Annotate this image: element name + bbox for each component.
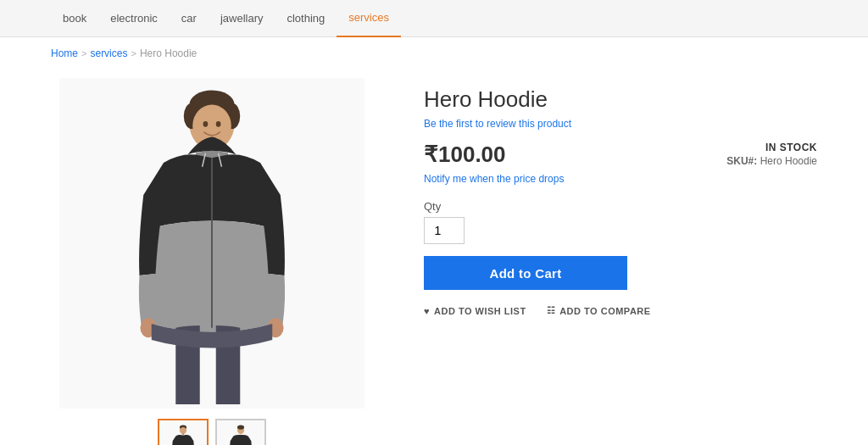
- sku-value-text: Hero Hoodie: [760, 155, 817, 167]
- notify-link[interactable]: Notify me when the price drops: [424, 173, 817, 185]
- sku-label: SKU#:: [726, 155, 757, 167]
- qty-label: Qty: [424, 200, 817, 213]
- svg-rect-14: [182, 433, 184, 435]
- navigation: book electronic car jawellary clothing s…: [0, 0, 868, 37]
- product-title: Hero Hoodie: [424, 86, 817, 113]
- breadcrumb: Home > services > Hero Hoodie: [0, 37, 868, 70]
- stock-status: IN STOCK: [726, 142, 817, 153]
- nav-item-car[interactable]: car: [170, 0, 209, 37]
- breadcrumb-home[interactable]: Home: [51, 47, 78, 59]
- product-price: ₹100.00: [424, 142, 506, 168]
- qty-input[interactable]: [424, 217, 465, 244]
- main-product-image: [59, 78, 364, 409]
- wish-list-label: ADD TO WISH LIST: [434, 306, 526, 316]
- breadcrumb-sep-1: >: [81, 48, 86, 58]
- compare-label: ADD TO COMPARE: [559, 306, 650, 316]
- thumbnail-list: [158, 419, 266, 445]
- svg-point-5: [203, 121, 209, 127]
- heart-icon: ♥: [424, 306, 430, 316]
- nav-item-jawellary[interactable]: jawellary: [209, 0, 275, 37]
- stock-sku-block: IN STOCK SKU#: Hero Hoodie: [726, 142, 817, 167]
- compare-icon: ☷: [547, 305, 556, 316]
- sku-row: SKU#: Hero Hoodie: [726, 155, 817, 167]
- price-stock-row: ₹100.00 IN STOCK SKU#: Hero Hoodie: [424, 142, 817, 168]
- product-details: Hero Hoodie Be the first to review this …: [424, 78, 817, 445]
- nav-item-clothing[interactable]: clothing: [275, 0, 337, 37]
- add-to-compare-button[interactable]: ☷ ADD TO COMPARE: [547, 305, 651, 316]
- wish-compare-row: ♥ ADD TO WISH LIST ☷ ADD TO COMPARE: [424, 305, 817, 316]
- nav-item-book[interactable]: book: [51, 0, 98, 37]
- add-to-cart-button[interactable]: Add to Cart: [424, 256, 627, 290]
- review-link[interactable]: Be the first to review this product: [424, 118, 817, 130]
- product-page: Hero Hoodie Be the first to review this …: [0, 70, 868, 445]
- breadcrumb-services[interactable]: services: [90, 47, 127, 59]
- product-images: [51, 78, 373, 445]
- breadcrumb-sep-2: >: [131, 48, 136, 58]
- thumbnail-back[interactable]: [215, 419, 266, 445]
- nav-item-services[interactable]: services: [337, 0, 401, 37]
- svg-point-16: [237, 425, 244, 429]
- breadcrumb-current: Hero Hoodie: [140, 47, 197, 59]
- svg-point-13: [181, 427, 186, 434]
- nav-item-electronic[interactable]: electronic: [98, 0, 170, 37]
- thumbnail-front[interactable]: [158, 419, 209, 445]
- add-to-wishlist-button[interactable]: ♥ ADD TO WISH LIST: [424, 306, 526, 316]
- svg-point-6: [216, 121, 221, 127]
